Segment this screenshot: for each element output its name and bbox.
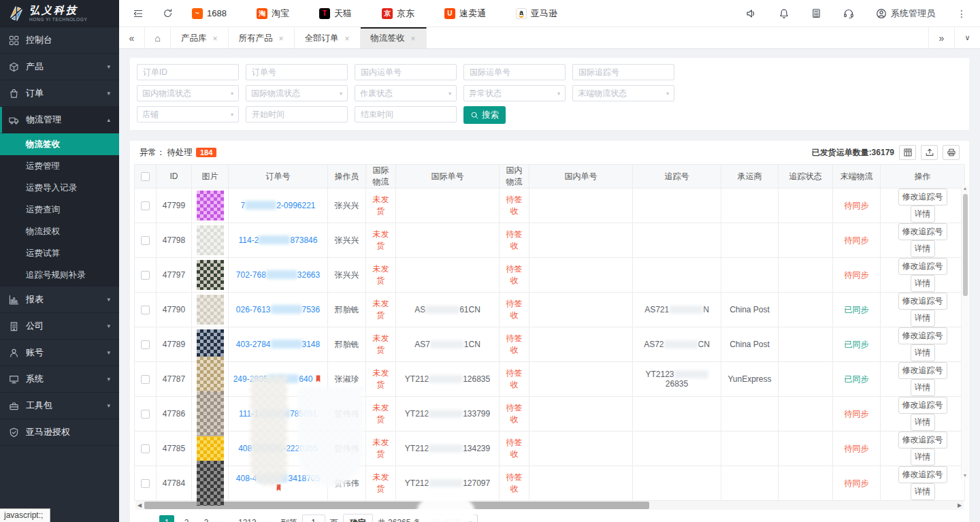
scroll-up-icon[interactable]: ▲ — [963, 185, 968, 192]
shop-select[interactable]: 店铺▾ — [137, 106, 239, 123]
order-number-link[interactable]: 111-1785051 — [239, 409, 317, 419]
sidebar-item-freight-manage[interactable]: 运费管理 — [0, 155, 119, 177]
edit-tracking-button[interactable]: 修改追踪号 — [898, 362, 947, 379]
search-input-2[interactable] — [246, 64, 348, 80]
scroll-right-icon[interactable]: ▶ — [956, 502, 964, 508]
edit-tracking-button[interactable]: 修改追踪号 — [898, 223, 947, 240]
close-icon[interactable]: × — [279, 34, 284, 44]
row-checkbox[interactable] — [141, 271, 150, 280]
order-number-link[interactable]: 114-2873846 — [239, 235, 318, 245]
sidebar-item-logistics-receipt[interactable]: 物流签收 — [0, 133, 119, 155]
detail-button[interactable]: 详情 — [911, 206, 935, 223]
sidebar-item-freight-trial[interactable]: 运费试算 — [0, 242, 119, 264]
print-button[interactable] — [943, 145, 960, 160]
headset-icon[interactable] — [843, 8, 854, 19]
sidebar-item-company[interactable]: 公司▾ — [0, 313, 119, 340]
sidebar-item-account[interactable]: 账号▾ — [0, 340, 119, 366]
tabs-scroll-left-icon[interactable]: « — [119, 27, 145, 48]
date-input-1[interactable] — [246, 106, 348, 123]
edit-tracking-button[interactable]: 修改追踪号 — [898, 258, 947, 275]
sidebar-item-product[interactable]: 产品▾ — [0, 54, 119, 80]
tab-all-products[interactable]: 所有产品× — [229, 27, 295, 48]
home-tab[interactable]: ⌂ — [145, 27, 171, 48]
row-checkbox[interactable] — [141, 201, 150, 210]
sidebar-item-logistics[interactable]: 物流管理▴ — [0, 107, 119, 133]
detail-button[interactable]: 详情 — [911, 448, 935, 466]
sidebar-item-order[interactable]: 订单▾ — [0, 80, 119, 107]
row-checkbox[interactable] — [141, 375, 150, 384]
row-checkbox[interactable] — [141, 410, 150, 419]
order-number-link[interactable]: 408-43418705 — [236, 474, 320, 483]
search-input-5[interactable] — [572, 64, 674, 80]
tab-all-orders[interactable]: 全部订单× — [295, 27, 361, 48]
row-checkbox[interactable] — [141, 444, 150, 453]
order-number-link[interactable]: 702-76832663 — [236, 270, 320, 280]
marketplace-link-jd[interactable]: 京京东 — [382, 7, 414, 20]
edit-tracking-button[interactable]: 修改追踪号 — [898, 431, 947, 448]
page-button-3[interactable]: 3 — [199, 515, 214, 522]
prev-page-icon[interactable]: ‹ — [140, 515, 154, 522]
detail-button[interactable]: 详情 — [911, 310, 935, 327]
row-checkbox[interactable] — [141, 479, 150, 488]
sidebar-item-freight-query[interactable]: 运费查询 — [0, 199, 119, 221]
table-horizontal-scrollbar[interactable]: ◀ ▶ — [135, 501, 964, 510]
search-button[interactable]: 搜索 — [463, 106, 506, 124]
detail-button[interactable]: 详情 — [911, 379, 935, 396]
scroll-down-icon[interactable]: ▼ — [963, 472, 968, 479]
sidebar-item-logistics-auth[interactable]: 物流授权 — [0, 221, 119, 242]
sidebar-item-toolbox[interactable]: 工具包▾ — [0, 393, 119, 419]
goto-page-input[interactable] — [302, 515, 325, 522]
page-button-2[interactable]: 2 — [179, 515, 194, 522]
more-vertical-icon[interactable]: ⋮ — [957, 8, 966, 19]
order-number-link[interactable]: 249-2805640 — [233, 374, 313, 384]
search-input-1[interactable] — [137, 64, 239, 80]
marketplace-link-amazon[interactable]: a亚马逊 — [516, 7, 557, 20]
row-checkbox[interactable] — [141, 306, 150, 314]
edit-tracking-button[interactable]: 修改追踪号 — [898, 466, 947, 483]
sidebar-item-report[interactable]: 报表▾ — [0, 287, 119, 313]
next-page-icon[interactable]: › — [261, 515, 276, 522]
tabs-scroll-right-icon[interactable]: » — [928, 27, 954, 48]
page-button-1[interactable]: 1 — [159, 515, 174, 522]
marketplace-link-1688[interactable]: ~1688 — [192, 8, 227, 19]
sidebar-item-console[interactable]: 控制台 — [0, 27, 119, 54]
tabs-menu-icon[interactable]: ∨ — [954, 27, 980, 48]
sidebar-item-amazon-auth[interactable]: 亚马逊授权 — [0, 419, 119, 446]
filter-select-2[interactable]: 国际物流状态▾ — [246, 85, 348, 101]
columns-setting-button[interactable] — [899, 145, 916, 160]
vertical-scroll-thumb[interactable] — [963, 194, 968, 296]
detail-button[interactable]: 详情 — [911, 275, 935, 292]
calculator-icon[interactable] — [811, 8, 821, 18]
tab-logistics-receipt[interactable]: 物流签收× — [361, 27, 427, 48]
date-input-2[interactable] — [355, 106, 457, 123]
row-checkbox[interactable] — [141, 236, 150, 245]
filter-select-5[interactable]: 末端物流状态▾ — [572, 85, 674, 101]
detail-button[interactable]: 详情 — [911, 414, 935, 431]
tab-product-lib[interactable]: 产品库× — [171, 27, 229, 48]
marketplace-link-aliexpress[interactable]: U速卖通 — [444, 7, 486, 20]
order-number-link[interactable]: 408-2220355 — [238, 444, 318, 453]
close-icon[interactable]: × — [345, 34, 350, 44]
pending-link[interactable]: 待处理 — [167, 147, 193, 159]
refresh-icon[interactable] — [163, 8, 173, 18]
page-button-1213[interactable]: 1213 — [238, 515, 257, 522]
row-checkbox[interactable] — [141, 340, 150, 349]
collapse-sidebar-icon[interactable] — [133, 8, 144, 19]
edit-tracking-button[interactable]: 修改追踪号 — [898, 293, 947, 310]
order-number-link[interactable]: 403-27843148 — [236, 340, 320, 349]
user-menu[interactable]: 系统管理员 — [876, 7, 935, 20]
detail-button[interactable]: 详情 — [911, 483, 935, 500]
select-all-checkbox[interactable] — [141, 172, 150, 181]
filter-select-3[interactable]: 作废状态▾ — [355, 85, 457, 101]
detail-button[interactable]: 详情 — [911, 344, 935, 361]
search-input-3[interactable] — [355, 64, 457, 80]
filter-select-4[interactable]: 异常状态▾ — [463, 85, 566, 101]
sidebar-item-tracking-rule[interactable]: 追踪号规则补录 — [0, 264, 119, 286]
filter-select-1[interactable]: 国内物流状态▾ — [137, 85, 239, 101]
marketplace-link-tmall[interactable]: T天猫 — [319, 7, 352, 20]
order-number-link[interactable]: 72-0996221 — [240, 201, 315, 210]
bell-icon[interactable] — [779, 8, 789, 19]
edit-tracking-button[interactable]: 修改追踪号 — [898, 327, 947, 344]
edit-tracking-button[interactable]: 修改追踪号 — [898, 189, 947, 206]
close-icon[interactable]: × — [213, 34, 218, 44]
